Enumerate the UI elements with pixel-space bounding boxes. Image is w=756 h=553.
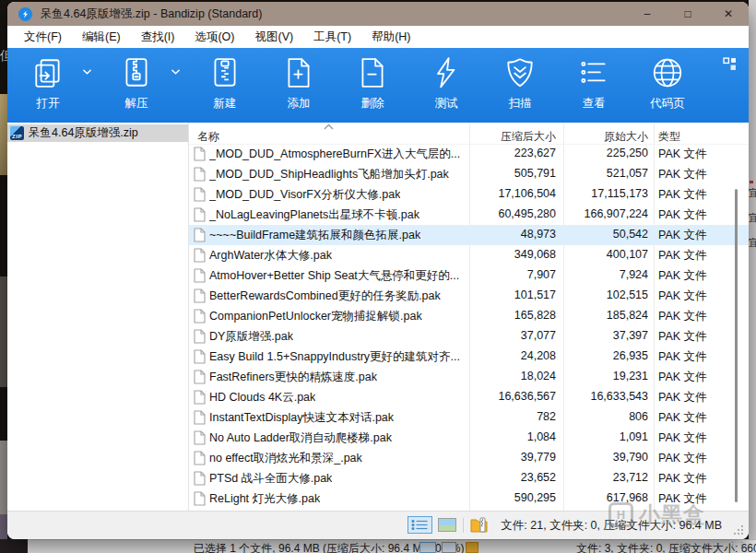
toolbar-open-label: 打开 [37, 96, 60, 112]
file-row[interactable]: HD Clouds 4K云.pak16,636,56716,633,543PAK… [189, 387, 749, 407]
file-type: PAK 文件 [658, 471, 707, 487]
file-row[interactable]: _MOD_DUD_ShipHeadlights飞船增加头灯.pak505,791… [189, 164, 749, 184]
toolbar-new-button[interactable]: 新建 [197, 56, 253, 112]
file-row[interactable]: _MOD_DUD_VisorFX分析仪大修.pak17,106,50417,11… [189, 184, 749, 205]
file-type: PAK 文件 [658, 147, 707, 162]
original-size: 521,057 [607, 167, 648, 180]
file-row[interactable]: FastRefiners更快的精炼速度.pak18,02419,231PAK 文… [189, 367, 749, 387]
file-type: PAK 文件 [658, 187, 707, 203]
toolbar-add-button[interactable]: 添加 [271, 56, 326, 112]
column-header-original[interactable]: 原始大小 [604, 129, 648, 145]
packed-size: 165,828 [514, 309, 556, 322]
packed-size: 48,973 [521, 228, 556, 241]
status-divider [463, 518, 464, 533]
thumbnail-view-toggle[interactable] [438, 518, 456, 532]
archive-tree-sidebar: ZIP 呆鱼4.64原版增强.zip [7, 123, 189, 512]
toolbar-codepage-button[interactable]: 代码页 [640, 56, 695, 112]
toolbar-delete-button[interactable]: 删除 [345, 56, 400, 112]
open-icon [31, 56, 65, 93]
toolbar-open-button[interactable]: 打开 [20, 56, 76, 112]
file-icon [194, 430, 206, 445]
new-archive-icon [208, 56, 242, 93]
original-size: 37,397 [613, 329, 648, 342]
title-bar[interactable]: 呆鱼4.64原版增强.zip - Bandizip (Standard) – □… [7, 2, 749, 26]
file-type: PAK 文件 [658, 451, 707, 466]
toolbar-view-button[interactable]: 查看 [566, 56, 621, 112]
file-row[interactable]: _NoLagLeavingPlanets出星球不卡顿.pak60,495,280… [189, 205, 749, 225]
original-size: 17,115,173 [591, 187, 648, 200]
menu-item-5[interactable]: 工具(T) [303, 26, 361, 48]
details-view-icon [419, 542, 436, 553]
archive-folder-icon[interactable] [470, 517, 488, 533]
file-icon [194, 228, 206, 242]
file-row[interactable]: Easy Build 1.5+SnappyIndustry更好的建筑对齐...2… [189, 347, 749, 367]
column-header-packed[interactable]: 压缩后大小 [501, 129, 556, 145]
add-file-icon [282, 56, 315, 93]
menu-item-6[interactable]: 帮助(H) [361, 26, 420, 48]
toolbar-extract-dropdown[interactable] [164, 68, 186, 112]
file-row[interactable]: ~~~~BuildFrame建筑拓展和颜色拓展.pak48,97350,542P… [189, 225, 749, 245]
original-size: 185,824 [607, 309, 648, 322]
packed-size: 39,779 [521, 451, 556, 464]
extract-icon [120, 56, 153, 93]
file-row[interactable]: PTSd 战斗全面大修.pak23,65223,712PAK 文件 [189, 468, 749, 488]
menu-item-0[interactable]: 文件(F) [14, 26, 72, 48]
menu-bar: 文件(F)编辑(E)查找(I)选项(O)视图(V)工具(T)帮助(H) [7, 26, 749, 48]
packed-size: 349,068 [514, 248, 556, 261]
zip-file-icon: ZIP [10, 126, 24, 140]
menu-item-3[interactable]: 选项(O) [184, 26, 244, 48]
toolbar-extract-button[interactable]: 解压 [109, 56, 164, 112]
folder-icon [466, 542, 478, 553]
file-row[interactable]: No Auto Ladder取消自动爬楼梯.pak1,0841,091PAK 文… [189, 428, 749, 448]
file-icon [194, 147, 206, 161]
background-text-fragment: 但 [0, 48, 7, 68]
close-button[interactable]: ✕ [708, 2, 749, 26]
file-type: PAK 文件 [658, 349, 707, 365]
packed-size: 17,106,504 [498, 187, 556, 200]
file-name: PTSd 战斗全面大修.pak [209, 471, 332, 487]
column-header-name[interactable]: 名称 [197, 129, 219, 145]
file-name: FastRefiners更快的精炼速度.pak [209, 370, 377, 385]
details-view-toggle[interactable] [408, 516, 432, 534]
packed-size: 23,652 [521, 471, 556, 484]
file-name: _MOD_DUD_AtmosphereBurnFX进入大气层的... [209, 147, 460, 162]
window-title: 呆鱼4.64原版增强.zip - Bandizip (Standard) [41, 6, 262, 22]
original-size: 225,250 [607, 147, 648, 159]
file-icon [194, 370, 206, 384]
file-row[interactable]: InstantTextDisplay快速文本对话.pak782806PAK 文件 [189, 407, 749, 428]
toolbar-add-label: 添加 [288, 96, 311, 112]
original-size: 26,935 [613, 349, 648, 362]
file-list: 名称 压缩后大小 原始大小 类型 _MOD_DUD_AtmosphereBurn… [189, 123, 749, 512]
toolbar-test-button[interactable]: 测试 [419, 56, 474, 112]
file-row[interactable]: _MOD_DUD_AtmosphereBurnFX进入大气层的...223,62… [189, 144, 749, 164]
file-type: PAK 文件 [658, 370, 707, 385]
file-row[interactable]: CompanionPetUnlocker宠物捕捉解锁.pak165,828185… [189, 306, 749, 326]
vertical-scrollbar[interactable] [735, 189, 738, 502]
toolbar-customize-icon[interactable] [723, 57, 737, 71]
column-header-type[interactable]: 类型 [658, 129, 680, 145]
toolbar-open-dropdown[interactable] [76, 68, 98, 112]
menu-item-4[interactable]: 视图(V) [245, 26, 304, 48]
file-row[interactable]: no effect取消炫光和景深_.pak39,77939,790PAK 文件 [189, 448, 749, 468]
file-row[interactable]: ReLight 灯光大修.pak590,295617,968PAK 文件 [189, 488, 749, 509]
file-row[interactable]: ArghWater水体大修.pak349,068400,107PAK 文件 [189, 245, 749, 265]
menu-item-1[interactable]: 编辑(E) [72, 26, 131, 48]
background-image-fragment [0, 276, 7, 387]
maximize-button[interactable]: □ [667, 2, 708, 26]
sidebar-item-archive-root[interactable]: ZIP 呆鱼4.64原版增强.zip [7, 124, 188, 142]
background-image-fragment [0, 441, 7, 514]
resize-grip: ⋮⋮ [728, 540, 747, 549]
minimize-button[interactable]: – [627, 2, 667, 26]
file-icon [194, 491, 206, 506]
original-size: 1,091 [620, 430, 648, 443]
file-type: PAK 文件 [658, 207, 707, 223]
toolbar-scan-button[interactable]: 扫描 [492, 56, 548, 112]
resize-grip[interactable] [733, 524, 744, 535]
packed-size: 223,627 [514, 147, 556, 159]
file-row[interactable]: AtmoHover+Better Ship Seat大气悬停和更好的...7,9… [189, 265, 749, 286]
toolbar: 打开解压新建添加删除测试扫描查看代码页 [7, 48, 749, 123]
file-row[interactable]: BetterRewardsCombined更好的任务奖励.pak101,5171… [189, 286, 749, 306]
file-row[interactable]: DY原版增强.pak37,07737,397PAK 文件 [189, 326, 749, 347]
menu-item-2[interactable]: 查找(I) [131, 26, 185, 48]
test-icon [430, 56, 463, 93]
